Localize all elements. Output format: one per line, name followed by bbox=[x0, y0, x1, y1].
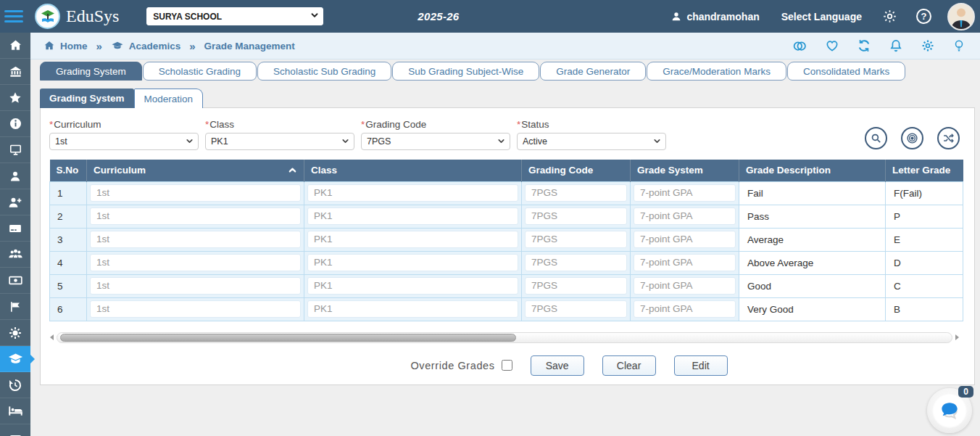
user-avatar[interactable] bbox=[947, 3, 975, 30]
sidebar-item-institution[interactable] bbox=[0, 59, 30, 85]
clear-button[interactable]: Clear bbox=[602, 355, 656, 376]
sidebar-item-settings[interactable] bbox=[0, 320, 30, 346]
scrollbar-track[interactable] bbox=[57, 332, 952, 343]
cell-curriculum[interactable]: 1st bbox=[90, 231, 301, 248]
sidebar-item-history[interactable] bbox=[0, 372, 30, 398]
tab-consolidated-marks[interactable]: Consolidated Marks bbox=[787, 62, 905, 81]
heart-icon[interactable] bbox=[825, 38, 839, 53]
tab-grace-moderation-marks[interactable]: Grace/Moderation Marks bbox=[647, 62, 786, 81]
cell-grade-description[interactable]: Good bbox=[739, 274, 886, 297]
col-letter-grade[interactable]: Letter Grade bbox=[886, 160, 963, 181]
shuffle-button[interactable] bbox=[937, 127, 960, 149]
cell-curriculum[interactable]: 1st bbox=[90, 207, 301, 225]
tab-sub-grading-subject-wise[interactable]: Sub Grading Subject-Wise bbox=[392, 62, 539, 81]
override-grades-checkbox[interactable] bbox=[502, 360, 512, 371]
cell-class[interactable]: PK1 bbox=[307, 300, 518, 318]
grading-code-select[interactable]: 7PGS bbox=[361, 133, 510, 150]
sidebar-item-fees[interactable] bbox=[0, 268, 30, 294]
tab-scholastic-sub-grading[interactable]: Scholastic Sub Grading bbox=[257, 62, 391, 81]
target-button[interactable] bbox=[901, 127, 923, 149]
col-curriculum[interactable]: Curriculum bbox=[87, 160, 304, 181]
subtab-grading-system[interactable]: Grading System bbox=[40, 89, 134, 108]
sidebar-item-academics[interactable] bbox=[0, 346, 30, 372]
sidebar-item-star[interactable] bbox=[0, 85, 30, 111]
cell-grade-system[interactable]: 7-point GPA bbox=[634, 184, 736, 202]
save-button[interactable]: Save bbox=[531, 355, 584, 376]
refresh-icon[interactable] bbox=[857, 38, 871, 53]
scroll-right-arrow[interactable] bbox=[954, 334, 960, 341]
cell-grading-code[interactable]: 7PGS bbox=[525, 207, 627, 225]
col-class[interactable]: Class bbox=[304, 160, 522, 181]
breadcrumb-home[interactable]: Home bbox=[43, 40, 88, 52]
cell-grade-description[interactable]: Average bbox=[739, 228, 886, 251]
cell-curriculum[interactable]: 1st bbox=[90, 254, 301, 271]
subtab-moderation[interactable]: Moderation bbox=[134, 89, 204, 108]
select-language-button[interactable]: Select Language bbox=[781, 11, 862, 22]
cell-curriculum[interactable]: 1st bbox=[90, 184, 301, 202]
cell-grading-code[interactable]: 7PGS bbox=[525, 254, 627, 271]
cell-grade-description[interactable]: Above Average bbox=[739, 251, 886, 274]
cell-class[interactable]: PK1 bbox=[307, 231, 518, 248]
cell-letter-grade[interactable]: C bbox=[886, 274, 963, 297]
cell-letter-grade[interactable]: F(Fail) bbox=[886, 181, 963, 205]
cell-class[interactable]: PK1 bbox=[307, 277, 518, 295]
user-menu[interactable]: chandramohan bbox=[670, 11, 759, 22]
cell-grading-code[interactable]: 7PGS bbox=[525, 184, 627, 202]
bell-icon[interactable] bbox=[889, 38, 903, 53]
cell-grade-description[interactable]: Very Good bbox=[739, 297, 886, 321]
search-button[interactable] bbox=[865, 127, 887, 149]
help-icon[interactable]: ? bbox=[916, 9, 931, 24]
sidebar-item-transport[interactable] bbox=[0, 424, 30, 436]
cell-grade-description[interactable]: Fail bbox=[739, 181, 886, 205]
sort-asc-icon[interactable] bbox=[287, 165, 298, 178]
col-sno[interactable]: S.No bbox=[50, 160, 87, 181]
class-select[interactable]: PK1 bbox=[205, 133, 354, 150]
tab-grade-generator[interactable]: Grade Generator bbox=[540, 62, 646, 81]
scrollbar-thumb[interactable] bbox=[60, 334, 516, 342]
sidebar-item-id-card[interactable] bbox=[0, 215, 30, 242]
cell-curriculum[interactable]: 1st bbox=[90, 300, 301, 318]
col-grade-system[interactable]: Grade System bbox=[631, 160, 739, 181]
cell-grading-code[interactable]: 7PGS bbox=[525, 231, 627, 248]
sidebar-item-monitor[interactable] bbox=[0, 137, 30, 163]
sidebar-item-add-user[interactable] bbox=[0, 189, 30, 215]
cell-class[interactable]: PK1 bbox=[307, 184, 518, 202]
settings-gear-icon[interactable] bbox=[882, 9, 897, 24]
cell-grading-code[interactable]: 7PGS bbox=[525, 277, 627, 295]
sidebar-item-home[interactable] bbox=[0, 33, 30, 59]
sidebar-item-student[interactable] bbox=[0, 163, 30, 189]
tab-grading-system[interactable]: Grading System bbox=[40, 62, 142, 81]
col-grade-description[interactable]: Grade Description bbox=[739, 160, 886, 181]
tab-scholastic-grading[interactable]: Scholastic Grading bbox=[143, 62, 257, 81]
sidebar-item-info[interactable] bbox=[0, 111, 30, 137]
cell-curriculum[interactable]: 1st bbox=[90, 277, 301, 295]
edit-button[interactable]: Edit bbox=[674, 355, 728, 376]
hamburger-menu-icon[interactable] bbox=[4, 7, 23, 25]
curriculum-select[interactable]: 1st bbox=[49, 133, 199, 150]
cell-class[interactable]: PK1 bbox=[307, 207, 518, 225]
cell-letter-grade[interactable]: P bbox=[886, 205, 963, 228]
toggle-icon[interactable] bbox=[792, 38, 807, 54]
cell-letter-grade[interactable]: B bbox=[886, 297, 963, 321]
sidebar-item-hostel[interactable] bbox=[0, 398, 30, 424]
cell-grade-system[interactable]: 7-point GPA bbox=[634, 231, 736, 248]
cell-letter-grade[interactable]: E bbox=[886, 228, 963, 251]
breadcrumb-academics[interactable]: Academics bbox=[111, 39, 180, 52]
sidebar-item-groups[interactable] bbox=[0, 242, 30, 268]
cell-letter-grade[interactable]: D bbox=[886, 251, 963, 274]
cell-grade-system[interactable]: 7-point GPA bbox=[634, 277, 736, 295]
scroll-left-arrow[interactable] bbox=[49, 334, 55, 341]
cell-grade-system[interactable]: 7-point GPA bbox=[634, 207, 736, 225]
gear-icon[interactable] bbox=[921, 38, 935, 53]
cell-grading-code[interactable]: 7PGS bbox=[525, 300, 627, 318]
cell-grade-system[interactable]: 7-point GPA bbox=[634, 254, 736, 271]
sidebar-item-flag[interactable] bbox=[0, 294, 30, 320]
status-select[interactable]: Active bbox=[517, 133, 666, 150]
cell-grade-system[interactable]: 7-point GPA bbox=[634, 300, 736, 318]
bulb-icon[interactable] bbox=[952, 39, 966, 52]
cell-class[interactable]: PK1 bbox=[307, 254, 518, 271]
cell-grade-description[interactable]: Pass bbox=[739, 205, 886, 228]
school-select[interactable]: SURYA SCHOOL bbox=[146, 7, 323, 25]
chat-button[interactable]: 0 bbox=[927, 388, 972, 433]
col-grading-code[interactable]: Grading Code bbox=[522, 160, 631, 181]
